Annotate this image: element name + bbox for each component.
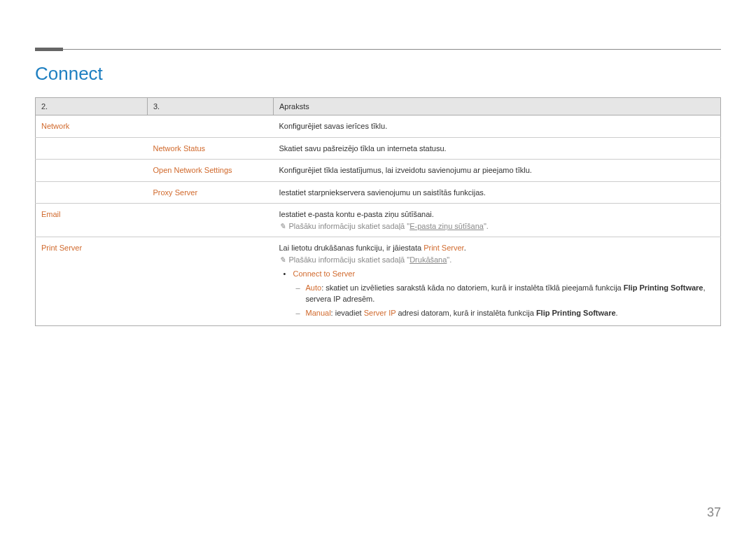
network-desc: Konfigurējiet savas ierīces tīklu. bbox=[274, 115, 721, 138]
list-item: Manual: ievadiet Server IP adresi datora… bbox=[306, 307, 715, 319]
accent-bar bbox=[35, 48, 63, 51]
email-note-link[interactable]: E-pasta ziņu sūtīšana bbox=[410, 222, 484, 230]
connect-to-server-label: Connect to Server bbox=[293, 269, 356, 278]
pencil-icon: ✎ bbox=[279, 254, 288, 266]
network-status-desc: Skatiet savu pašreizējo tīkla un interne… bbox=[274, 137, 721, 160]
table-row: Email Iestatiet e-pasta kontu e-pasta zi… bbox=[36, 204, 721, 237]
table-row: Proxy Server Iestatiet starpniekservera … bbox=[36, 181, 721, 204]
connect-list: Connect to Server Auto: skatiet un izvēl… bbox=[279, 268, 715, 318]
page-number: 37 bbox=[707, 505, 721, 520]
table-row: Print Server Lai lietotu drukāšanas funk… bbox=[36, 237, 721, 326]
rule-top bbox=[35, 49, 721, 50]
list-item: Auto: skatiet un izvēlieties sarakstā kā… bbox=[306, 282, 715, 305]
col-header-3: Apraksts bbox=[274, 98, 721, 115]
open-network-desc: Konfigurējiet tīkla iestatījumus, lai iz… bbox=[274, 160, 721, 182]
page-title: Connect bbox=[35, 63, 721, 85]
proxy-label: Proxy Server bbox=[153, 188, 198, 197]
network-status-label: Network Status bbox=[153, 144, 206, 153]
table-row: Network Konfigurējiet savas ierīces tīkl… bbox=[36, 115, 721, 138]
print-desc: Lai lietotu drukāšanas funkciju, ir jāie… bbox=[279, 242, 715, 254]
col-header-1: 2. bbox=[36, 98, 148, 115]
email-desc: Iestatiet e-pasta kontu e-pasta ziņu sūt… bbox=[279, 209, 715, 220]
open-network-label: Open Network Settings bbox=[153, 166, 232, 174]
print-label: Print Server bbox=[41, 244, 82, 252]
table-row: Network Status Skatiet savu pašreizējo t… bbox=[36, 137, 721, 160]
email-label: Email bbox=[41, 210, 61, 218]
table-header-row: 2. 3. Apraksts bbox=[36, 98, 721, 115]
connect-sublist: Auto: skatiet un izvēlieties sarakstā kā… bbox=[293, 282, 715, 319]
col-header-2: 3. bbox=[148, 98, 274, 115]
email-note: ✎Plašāku informāciju skatiet sadaļā "E-p… bbox=[279, 220, 715, 232]
print-note: ✎Plašāku informāciju skatiet sadaļā "Dru… bbox=[279, 254, 715, 266]
pencil-icon: ✎ bbox=[279, 220, 288, 232]
table-row: Open Network Settings Konfigurējiet tīkl… bbox=[36, 160, 721, 182]
network-label: Network bbox=[41, 122, 69, 130]
settings-table: 2. 3. Apraksts Network Konfigurējiet sav… bbox=[35, 97, 721, 326]
print-note-link[interactable]: Drukāšana bbox=[410, 255, 447, 264]
proxy-desc: Iestatiet starpniekservera savienojumu u… bbox=[274, 181, 721, 204]
